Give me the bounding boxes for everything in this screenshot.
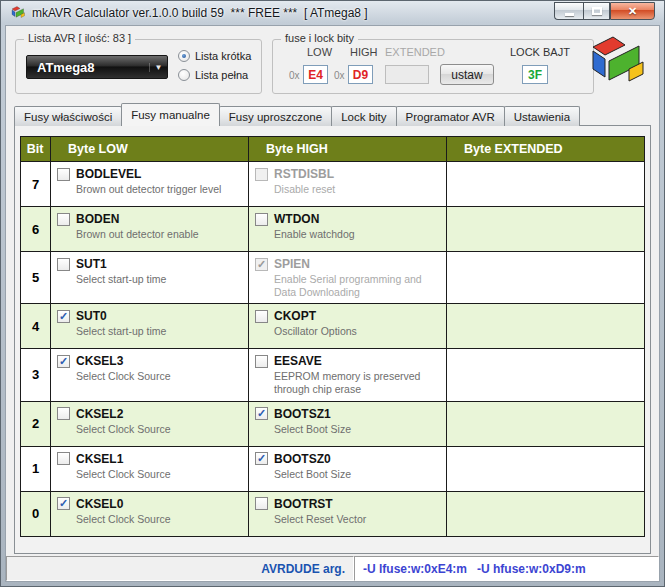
tab-ustawienia[interactable]: Ustawienia xyxy=(504,106,580,126)
radio-lista-pelna-label: Lista pełna xyxy=(195,69,248,81)
bootsz1-checkbox[interactable]: ✓ xyxy=(255,407,268,420)
sut1-checkbox[interactable] xyxy=(57,258,70,271)
fuse-row-bit-3: 3✓CKSEL3Select Clock SourceEESAVEEEPROM … xyxy=(21,349,645,401)
fuse-desc: Select Clock Source xyxy=(76,370,242,383)
cell-high-bit-2: ✓BOOTSZ1Select Boot Size xyxy=(249,401,447,446)
cell-high-bit-7: RSTDISBLDisable reset xyxy=(249,162,447,207)
fuse-desc: Select start-up time xyxy=(76,273,242,286)
tab-fusy-manualne[interactable]: Fusy manualne xyxy=(121,103,220,126)
bodlevel-checkbox[interactable] xyxy=(57,168,70,181)
bootrst-checkbox[interactable] xyxy=(255,497,268,510)
col-byte-low: Byte LOW xyxy=(51,137,249,162)
tab-fusy-uproszczone[interactable]: Fusy uproszczone xyxy=(219,106,332,126)
avrdude-args-value[interactable]: -U lfuse:w:0xE4:m -U hfuse:w:0xD9:m xyxy=(354,556,659,581)
close-button[interactable]: ✕ xyxy=(610,2,655,20)
cksel2-checkbox[interactable] xyxy=(57,407,70,420)
fuse-name: CKSEL0 xyxy=(76,497,123,511)
fuse-table: Bit Byte LOW Byte HIGH Byte EXTENDED 7BO… xyxy=(20,136,645,537)
bit-number: 7 xyxy=(21,162,51,207)
cell-high-bit-3: EESAVEEEPROM memory is preserved through… xyxy=(249,349,447,401)
cksel3-checkbox[interactable]: ✓ xyxy=(57,355,70,368)
fuse-desc: Brown out detector enable xyxy=(76,228,242,241)
bit-number: 6 xyxy=(21,207,51,252)
fuse-name: CKSEL1 xyxy=(76,452,123,466)
lock-byte-value-field[interactable]: 3F xyxy=(522,65,548,84)
fuse-name: SUT1 xyxy=(76,257,107,271)
avr-combobox-value: ATmega8 xyxy=(27,60,149,75)
cksel1-checkbox[interactable] xyxy=(57,452,70,465)
cell-high-bit-0: BOOTRSTSelect Reset Vector xyxy=(249,491,447,536)
bootsz0-checkbox[interactable]: ✓ xyxy=(255,452,268,465)
cell-low-bit-3: ✓CKSEL3Select Clock Source xyxy=(51,349,249,401)
cell-ext-bit-7 xyxy=(447,162,645,207)
sut0-checkbox[interactable]: ✓ xyxy=(57,310,70,323)
set-fuses-button[interactable]: ustaw xyxy=(440,64,494,85)
avr-combobox[interactable]: ATmega8 ▼ xyxy=(26,55,168,79)
tab-fusy-w-a-ciwo-ci[interactable]: Fusy właściwości xyxy=(14,106,122,126)
avr-list-groupbox: Lista AVR [ ilość: 83 ] ATmega8 ▼ Lista … xyxy=(15,39,262,94)
tab-programator-avr[interactable]: Programator AVR xyxy=(396,106,505,126)
fuse-name: CKSEL2 xyxy=(76,407,123,421)
caption-buttons: ✕ xyxy=(554,2,655,20)
minimize-icon xyxy=(565,13,574,16)
cksel0-checkbox[interactable]: ✓ xyxy=(57,497,70,510)
fuse-desc: Select Clock Source xyxy=(76,513,242,526)
high-fuse-value-field[interactable]: D9 xyxy=(348,65,373,84)
low-hex-prefix: 0x xyxy=(289,70,300,81)
lock-byte-label: LOCK BAJT xyxy=(510,46,570,58)
radio-lista-krotka[interactable]: Lista krótka xyxy=(178,50,251,62)
tab-lock-bity[interactable]: Lock bity xyxy=(331,106,396,126)
cell-low-bit-7: BODLEVELBrown out detector trigger level xyxy=(51,162,249,207)
cell-ext-bit-1 xyxy=(447,446,645,491)
wtdon-checkbox[interactable] xyxy=(255,213,268,226)
radio-lista-pelna[interactable]: Lista pełna xyxy=(178,69,248,81)
fuse-desc: Oscillator Options xyxy=(274,325,440,338)
bit-number: 5 xyxy=(21,252,51,304)
cell-high-bit-6: WTDONEnable watchdog xyxy=(249,207,447,252)
cell-ext-bit-3 xyxy=(447,349,645,401)
fuse-desc: Disable reset xyxy=(274,183,440,196)
fuse-name: WTDON xyxy=(274,212,319,226)
fuse-desc: EEPROM memory is preserved through chip … xyxy=(274,370,440,396)
cell-ext-bit-4 xyxy=(447,304,645,349)
table-header-row: Bit Byte LOW Byte HIGH Byte EXTENDED xyxy=(21,137,645,162)
fuse-name: SUT0 xyxy=(76,309,107,323)
rstdisbl-checkbox xyxy=(255,168,268,181)
titlebar: mkAVR Calculator ver.1.0.0 build 59 *** … xyxy=(1,1,664,25)
fuse-desc: Select Boot Size xyxy=(274,468,440,481)
spien-checkbox: ✓ xyxy=(255,258,268,271)
maximize-icon xyxy=(592,7,602,15)
app-logo xyxy=(585,33,649,93)
cell-low-bit-4: ✓SUT0Select start-up time xyxy=(51,304,249,349)
eesave-checkbox[interactable] xyxy=(255,355,268,368)
fuse-name: CKSEL3 xyxy=(76,354,123,368)
minimize-button[interactable] xyxy=(554,2,583,20)
fuse-row-bit-1: 1CKSEL1Select Clock Source✓BOOTSZ0Select… xyxy=(21,446,645,491)
maximize-button[interactable] xyxy=(583,2,610,20)
extended-label: EXTENDED xyxy=(385,46,445,58)
window-title: mkAVR Calculator ver.1.0.0 build 59 *** … xyxy=(32,6,368,20)
cell-low-bit-0: ✓CKSEL0Select Clock Source xyxy=(51,491,249,536)
cell-ext-bit-5 xyxy=(447,252,645,304)
fuse-name: BODEN xyxy=(76,212,119,226)
radio-selected-icon xyxy=(178,50,190,62)
cell-ext-bit-6 xyxy=(447,207,645,252)
fuse-desc: Enable watchdog xyxy=(274,228,440,241)
ckopt-checkbox[interactable] xyxy=(255,310,268,323)
fuse-name: BOOTSZ0 xyxy=(274,452,331,466)
tab-panel: Bit Byte LOW Byte HIGH Byte EXTENDED 7BO… xyxy=(14,125,651,554)
fuse-desc: Select Reset Vector xyxy=(274,513,440,526)
bit-number: 3 xyxy=(21,349,51,401)
cell-low-bit-6: BODENBrown out detector enable xyxy=(51,207,249,252)
bit-number: 0 xyxy=(21,491,51,536)
low-label: LOW xyxy=(307,46,332,58)
boden-checkbox[interactable] xyxy=(57,213,70,226)
low-fuse-value-field[interactable]: E4 xyxy=(303,65,328,84)
fuse-desc: Select Boot Size xyxy=(274,423,440,436)
fuse-lock-groupbox: fuse i lock bity LOW HIGH EXTENDED LOCK … xyxy=(272,39,594,94)
fuse-name: EESAVE xyxy=(274,354,322,368)
fuse-row-bit-7: 7BODLEVELBrown out detector trigger leve… xyxy=(21,162,645,207)
fuse-name: CKOPT xyxy=(274,309,316,323)
cell-high-bit-5: ✓SPIENEnable Serial programming and Data… xyxy=(249,252,447,304)
avrdude-arg-label: AVRDUDE arg. xyxy=(261,562,345,576)
